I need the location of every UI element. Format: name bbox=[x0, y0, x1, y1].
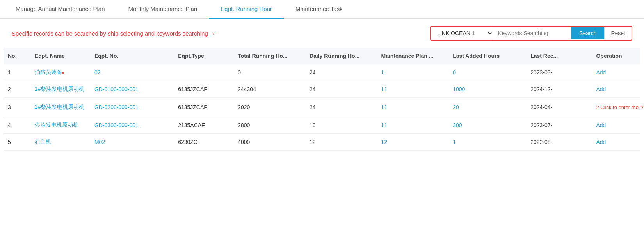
cell-eqpt-name: 1#柴油发电机原动机 bbox=[31, 81, 91, 98]
eqpt-no-link[interactable]: 02 bbox=[94, 69, 101, 75]
tab-manage-annual[interactable]: Manage Annual Maintenance Plan bbox=[4, 0, 117, 19]
cell-eqpt-type: 6230ZC bbox=[174, 134, 234, 151]
cell-maintenance-plan: 11 bbox=[377, 81, 449, 98]
cell-no: 2 bbox=[4, 81, 31, 98]
last-added-link[interactable]: 1000 bbox=[453, 86, 465, 92]
tab-monthly-maintenance[interactable]: Monthly Maintenance Plan bbox=[117, 0, 209, 19]
eqpt-name-link[interactable]: 右主机 bbox=[35, 138, 51, 145]
cell-last-added: 300 bbox=[449, 117, 527, 134]
cell-last-rec: 2022-08- bbox=[527, 134, 592, 151]
cell-total-running: 0 bbox=[234, 64, 306, 81]
cell-total-running: 2020 bbox=[234, 98, 306, 117]
cell-operation: Add bbox=[592, 134, 640, 151]
cell-maintenance-plan: 11 bbox=[377, 117, 449, 134]
tab-maintenance-task[interactable]: Maintenance Task bbox=[284, 0, 354, 19]
cell-eqpt-type: 6135JZCAF bbox=[174, 81, 234, 98]
cell-total-running: 4000 bbox=[234, 134, 306, 151]
cell-eqpt-no: GD-0100-000-001 bbox=[91, 81, 174, 98]
cell-operation: Add bbox=[592, 64, 640, 81]
search-hint: Specific records can be searched by ship… bbox=[12, 29, 424, 38]
cell-eqpt-no: M02 bbox=[91, 134, 174, 151]
cell-operation: 2.Click to enter the "Add Eqpt Running H… bbox=[592, 98, 640, 117]
tab-bar: Manage Annual Maintenance Plan Monthly M… bbox=[0, 0, 644, 19]
maintenance-plan-link[interactable]: 11 bbox=[381, 86, 388, 92]
eqpt-no-link[interactable]: GD-0300-000-001 bbox=[94, 122, 139, 128]
cell-daily-running: 24 bbox=[306, 81, 377, 98]
add-button[interactable]: Add bbox=[596, 122, 606, 128]
cell-eqpt-type bbox=[174, 64, 234, 81]
col-header-no: No. bbox=[4, 48, 31, 64]
cell-daily-running: 10 bbox=[306, 117, 377, 134]
last-added-link[interactable]: 1 bbox=[453, 139, 456, 145]
add-button[interactable]: Add bbox=[596, 86, 606, 92]
table-row: 1消防员装备●02024102023-03-Add bbox=[4, 64, 640, 81]
maintenance-plan-link[interactable]: 1 bbox=[381, 69, 384, 75]
cell-eqpt-type: 6135JZCAF bbox=[174, 98, 234, 117]
col-header-maintenance-plan: Maintenance Plan ... bbox=[377, 48, 449, 64]
cell-last-rec: 2024-12- bbox=[527, 81, 592, 98]
cell-eqpt-name: 2#柴油发电机原动机 bbox=[31, 98, 91, 117]
cell-eqpt-no: 02 bbox=[91, 64, 174, 81]
maintenance-plan-link[interactable]: 11 bbox=[381, 122, 388, 128]
col-header-eqpt-type: Eqpt.Type bbox=[174, 48, 234, 64]
table-row: 21#柴油发电机原动机GD-0100-000-0016135JZCAF24430… bbox=[4, 81, 640, 98]
cell-operation: Add bbox=[592, 81, 640, 98]
col-header-daily-running: Daily Running Ho... bbox=[306, 48, 377, 64]
cell-no: 3 bbox=[4, 98, 31, 117]
cell-eqpt-type: 2135ACAF bbox=[174, 117, 234, 134]
search-hint-text: Specific records can be searched by ship… bbox=[12, 30, 208, 37]
add-button[interactable]: Add bbox=[596, 69, 606, 75]
eqpt-no-link[interactable]: GD-0100-000-001 bbox=[94, 86, 139, 92]
cell-operation: Add bbox=[592, 117, 640, 134]
cell-eqpt-name: 停泊发电机原动机 bbox=[31, 117, 91, 134]
table-container: No. Eqpt. Name Eqpt. No. Eqpt.Type Total… bbox=[0, 48, 644, 151]
cell-last-added: 0 bbox=[449, 64, 527, 81]
cell-maintenance-plan: 11 bbox=[377, 98, 449, 117]
search-button[interactable]: Search bbox=[571, 27, 604, 39]
cell-no: 1 bbox=[4, 64, 31, 81]
cell-last-rec: 2023-07- bbox=[527, 117, 592, 134]
eqpt-name-link[interactable]: 2#柴油发电机原动机 bbox=[35, 104, 85, 110]
status-dot: ● bbox=[62, 70, 64, 75]
last-added-link[interactable]: 0 bbox=[453, 69, 456, 75]
eqpt-no-link[interactable]: GD-0200-000-001 bbox=[94, 104, 139, 110]
table-row: 5右主机M026230ZC4000121212022-08-Add bbox=[4, 134, 640, 151]
col-header-eqpt-no: Eqpt. No. bbox=[91, 48, 174, 64]
cell-eqpt-name: 右主机 bbox=[31, 134, 91, 151]
reset-button[interactable]: Reset bbox=[604, 27, 632, 39]
cell-last-added: 1 bbox=[449, 134, 527, 151]
maintenance-plan-link[interactable]: 11 bbox=[381, 104, 388, 110]
add-button[interactable]: Add bbox=[596, 139, 606, 145]
eqpt-name-link[interactable]: 消防员装备 bbox=[35, 69, 62, 75]
col-header-total-running: Total Running Ho... bbox=[234, 48, 306, 64]
cell-daily-running: 24 bbox=[306, 64, 377, 81]
cell-daily-running: 24 bbox=[306, 98, 377, 117]
cell-maintenance-plan: 1 bbox=[377, 64, 449, 81]
search-controls: LINK OCEAN 1 LINK OCEAN 2 LINK OCEAN 3 S… bbox=[430, 26, 632, 41]
maintenance-plan-link[interactable]: 12 bbox=[381, 139, 388, 145]
col-header-last-rec: Last Rec... bbox=[527, 48, 592, 64]
table-header-row: No. Eqpt. Name Eqpt. No. Eqpt.Type Total… bbox=[4, 48, 640, 64]
cell-last-added: 20 bbox=[449, 98, 527, 117]
table-row: 32#柴油发电机原动机GD-0200-000-0016135JZCAF20202… bbox=[4, 98, 640, 117]
cell-eqpt-no: GD-0200-000-001 bbox=[91, 98, 174, 117]
cell-no: 5 bbox=[4, 134, 31, 151]
eqpt-name-link[interactable]: 停泊发电机原动机 bbox=[35, 122, 78, 128]
eqpt-table: No. Eqpt. Name Eqpt. No. Eqpt.Type Total… bbox=[4, 48, 640, 151]
tab-eqpt-running-hour[interactable]: Eqpt. Running Hour bbox=[209, 0, 284, 19]
table-row: 4停泊发电机原动机GD-0300-000-0012135ACAF28001011… bbox=[4, 117, 640, 134]
ship-select[interactable]: LINK OCEAN 1 LINK OCEAN 2 LINK OCEAN 3 bbox=[431, 27, 493, 40]
last-added-link[interactable]: 300 bbox=[453, 122, 462, 128]
cell-total-running: 2800 bbox=[234, 117, 306, 134]
cell-no: 4 bbox=[4, 117, 31, 134]
cell-eqpt-name: 消防员装备● bbox=[31, 64, 91, 81]
eqpt-no-link[interactable]: M02 bbox=[94, 139, 105, 145]
col-header-name: Eqpt. Name bbox=[31, 48, 91, 64]
cell-last-rec: 2023-03- bbox=[527, 64, 592, 81]
cell-total-running: 244304 bbox=[234, 81, 306, 98]
keyword-input[interactable] bbox=[493, 27, 571, 39]
arrow-hint-icon: ← bbox=[211, 29, 219, 38]
cell-eqpt-no: GD-0300-000-001 bbox=[91, 117, 174, 134]
last-added-link[interactable]: 20 bbox=[453, 104, 459, 110]
eqpt-name-link[interactable]: 1#柴油发电机原动机 bbox=[35, 86, 85, 92]
